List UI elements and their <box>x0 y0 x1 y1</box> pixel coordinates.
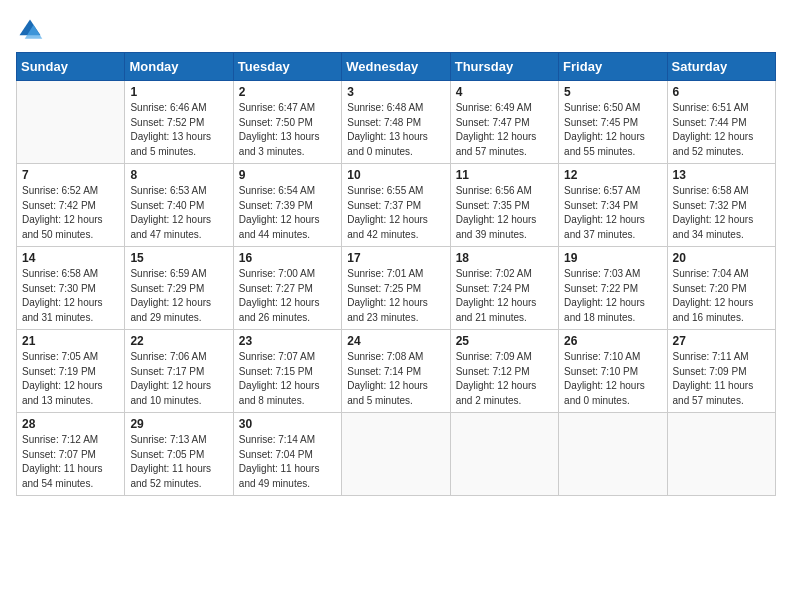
day-info: Sunrise: 7:07 AM Sunset: 7:15 PM Dayligh… <box>239 350 336 408</box>
logo-icon <box>16 16 44 44</box>
weekday-header: Friday <box>559 53 667 81</box>
day-info: Sunrise: 7:05 AM Sunset: 7:19 PM Dayligh… <box>22 350 119 408</box>
day-info: Sunrise: 7:10 AM Sunset: 7:10 PM Dayligh… <box>564 350 661 408</box>
calendar-cell: 29Sunrise: 7:13 AM Sunset: 7:05 PM Dayli… <box>125 413 233 496</box>
day-info: Sunrise: 6:56 AM Sunset: 7:35 PM Dayligh… <box>456 184 553 242</box>
day-info: Sunrise: 6:52 AM Sunset: 7:42 PM Dayligh… <box>22 184 119 242</box>
weekday-header: Wednesday <box>342 53 450 81</box>
day-info: Sunrise: 6:59 AM Sunset: 7:29 PM Dayligh… <box>130 267 227 325</box>
day-info: Sunrise: 6:58 AM Sunset: 7:30 PM Dayligh… <box>22 267 119 325</box>
calendar-cell <box>450 413 558 496</box>
day-info: Sunrise: 7:12 AM Sunset: 7:07 PM Dayligh… <box>22 433 119 491</box>
day-number: 8 <box>130 168 227 182</box>
day-info: Sunrise: 7:14 AM Sunset: 7:04 PM Dayligh… <box>239 433 336 491</box>
day-number: 25 <box>456 334 553 348</box>
calendar-header-row: SundayMondayTuesdayWednesdayThursdayFrid… <box>17 53 776 81</box>
calendar-cell: 30Sunrise: 7:14 AM Sunset: 7:04 PM Dayli… <box>233 413 341 496</box>
calendar-week-row: 7Sunrise: 6:52 AM Sunset: 7:42 PM Daylig… <box>17 164 776 247</box>
day-info: Sunrise: 6:53 AM Sunset: 7:40 PM Dayligh… <box>130 184 227 242</box>
day-info: Sunrise: 7:06 AM Sunset: 7:17 PM Dayligh… <box>130 350 227 408</box>
day-number: 15 <box>130 251 227 265</box>
calendar-cell: 22Sunrise: 7:06 AM Sunset: 7:17 PM Dayli… <box>125 330 233 413</box>
day-number: 6 <box>673 85 770 99</box>
day-number: 14 <box>22 251 119 265</box>
day-info: Sunrise: 6:57 AM Sunset: 7:34 PM Dayligh… <box>564 184 661 242</box>
day-number: 7 <box>22 168 119 182</box>
day-info: Sunrise: 7:02 AM Sunset: 7:24 PM Dayligh… <box>456 267 553 325</box>
day-info: Sunrise: 7:00 AM Sunset: 7:27 PM Dayligh… <box>239 267 336 325</box>
day-number: 11 <box>456 168 553 182</box>
weekday-header: Thursday <box>450 53 558 81</box>
day-info: Sunrise: 7:13 AM Sunset: 7:05 PM Dayligh… <box>130 433 227 491</box>
day-number: 17 <box>347 251 444 265</box>
day-info: Sunrise: 6:50 AM Sunset: 7:45 PM Dayligh… <box>564 101 661 159</box>
calendar-cell: 3Sunrise: 6:48 AM Sunset: 7:48 PM Daylig… <box>342 81 450 164</box>
calendar-cell: 20Sunrise: 7:04 AM Sunset: 7:20 PM Dayli… <box>667 247 775 330</box>
day-info: Sunrise: 6:46 AM Sunset: 7:52 PM Dayligh… <box>130 101 227 159</box>
day-info: Sunrise: 7:03 AM Sunset: 7:22 PM Dayligh… <box>564 267 661 325</box>
weekday-header: Monday <box>125 53 233 81</box>
calendar-cell: 27Sunrise: 7:11 AM Sunset: 7:09 PM Dayli… <box>667 330 775 413</box>
calendar-cell: 16Sunrise: 7:00 AM Sunset: 7:27 PM Dayli… <box>233 247 341 330</box>
calendar-cell <box>17 81 125 164</box>
day-number: 28 <box>22 417 119 431</box>
calendar-cell: 15Sunrise: 6:59 AM Sunset: 7:29 PM Dayli… <box>125 247 233 330</box>
day-number: 10 <box>347 168 444 182</box>
calendar-cell: 1Sunrise: 6:46 AM Sunset: 7:52 PM Daylig… <box>125 81 233 164</box>
calendar-cell: 24Sunrise: 7:08 AM Sunset: 7:14 PM Dayli… <box>342 330 450 413</box>
day-info: Sunrise: 7:11 AM Sunset: 7:09 PM Dayligh… <box>673 350 770 408</box>
day-info: Sunrise: 6:47 AM Sunset: 7:50 PM Dayligh… <box>239 101 336 159</box>
calendar-week-row: 14Sunrise: 6:58 AM Sunset: 7:30 PM Dayli… <box>17 247 776 330</box>
day-info: Sunrise: 7:08 AM Sunset: 7:14 PM Dayligh… <box>347 350 444 408</box>
day-number: 19 <box>564 251 661 265</box>
day-number: 27 <box>673 334 770 348</box>
calendar-cell: 25Sunrise: 7:09 AM Sunset: 7:12 PM Dayli… <box>450 330 558 413</box>
calendar-week-row: 28Sunrise: 7:12 AM Sunset: 7:07 PM Dayli… <box>17 413 776 496</box>
calendar-cell: 4Sunrise: 6:49 AM Sunset: 7:47 PM Daylig… <box>450 81 558 164</box>
day-info: Sunrise: 7:01 AM Sunset: 7:25 PM Dayligh… <box>347 267 444 325</box>
day-number: 12 <box>564 168 661 182</box>
calendar-cell: 28Sunrise: 7:12 AM Sunset: 7:07 PM Dayli… <box>17 413 125 496</box>
weekday-header: Saturday <box>667 53 775 81</box>
day-number: 9 <box>239 168 336 182</box>
day-number: 4 <box>456 85 553 99</box>
day-number: 5 <box>564 85 661 99</box>
day-number: 3 <box>347 85 444 99</box>
day-number: 16 <box>239 251 336 265</box>
calendar-cell <box>667 413 775 496</box>
calendar-cell: 19Sunrise: 7:03 AM Sunset: 7:22 PM Dayli… <box>559 247 667 330</box>
calendar-cell: 8Sunrise: 6:53 AM Sunset: 7:40 PM Daylig… <box>125 164 233 247</box>
calendar-cell: 14Sunrise: 6:58 AM Sunset: 7:30 PM Dayli… <box>17 247 125 330</box>
calendar-cell: 6Sunrise: 6:51 AM Sunset: 7:44 PM Daylig… <box>667 81 775 164</box>
calendar-cell: 13Sunrise: 6:58 AM Sunset: 7:32 PM Dayli… <box>667 164 775 247</box>
day-number: 24 <box>347 334 444 348</box>
day-number: 22 <box>130 334 227 348</box>
day-number: 26 <box>564 334 661 348</box>
day-number: 13 <box>673 168 770 182</box>
day-info: Sunrise: 6:55 AM Sunset: 7:37 PM Dayligh… <box>347 184 444 242</box>
calendar-week-row: 21Sunrise: 7:05 AM Sunset: 7:19 PM Dayli… <box>17 330 776 413</box>
day-info: Sunrise: 6:54 AM Sunset: 7:39 PM Dayligh… <box>239 184 336 242</box>
day-number: 2 <box>239 85 336 99</box>
calendar-cell: 2Sunrise: 6:47 AM Sunset: 7:50 PM Daylig… <box>233 81 341 164</box>
day-number: 1 <box>130 85 227 99</box>
day-number: 29 <box>130 417 227 431</box>
day-info: Sunrise: 6:58 AM Sunset: 7:32 PM Dayligh… <box>673 184 770 242</box>
page-header <box>16 16 776 44</box>
day-info: Sunrise: 6:51 AM Sunset: 7:44 PM Dayligh… <box>673 101 770 159</box>
calendar-cell: 23Sunrise: 7:07 AM Sunset: 7:15 PM Dayli… <box>233 330 341 413</box>
day-info: Sunrise: 7:04 AM Sunset: 7:20 PM Dayligh… <box>673 267 770 325</box>
logo <box>16 16 48 44</box>
weekday-header: Tuesday <box>233 53 341 81</box>
day-info: Sunrise: 6:48 AM Sunset: 7:48 PM Dayligh… <box>347 101 444 159</box>
day-number: 18 <box>456 251 553 265</box>
day-number: 21 <box>22 334 119 348</box>
calendar-cell: 21Sunrise: 7:05 AM Sunset: 7:19 PM Dayli… <box>17 330 125 413</box>
calendar-cell: 17Sunrise: 7:01 AM Sunset: 7:25 PM Dayli… <box>342 247 450 330</box>
calendar-cell: 7Sunrise: 6:52 AM Sunset: 7:42 PM Daylig… <box>17 164 125 247</box>
calendar-cell: 12Sunrise: 6:57 AM Sunset: 7:34 PM Dayli… <box>559 164 667 247</box>
calendar-cell: 10Sunrise: 6:55 AM Sunset: 7:37 PM Dayli… <box>342 164 450 247</box>
day-info: Sunrise: 7:09 AM Sunset: 7:12 PM Dayligh… <box>456 350 553 408</box>
day-number: 23 <box>239 334 336 348</box>
calendar-cell: 18Sunrise: 7:02 AM Sunset: 7:24 PM Dayli… <box>450 247 558 330</box>
